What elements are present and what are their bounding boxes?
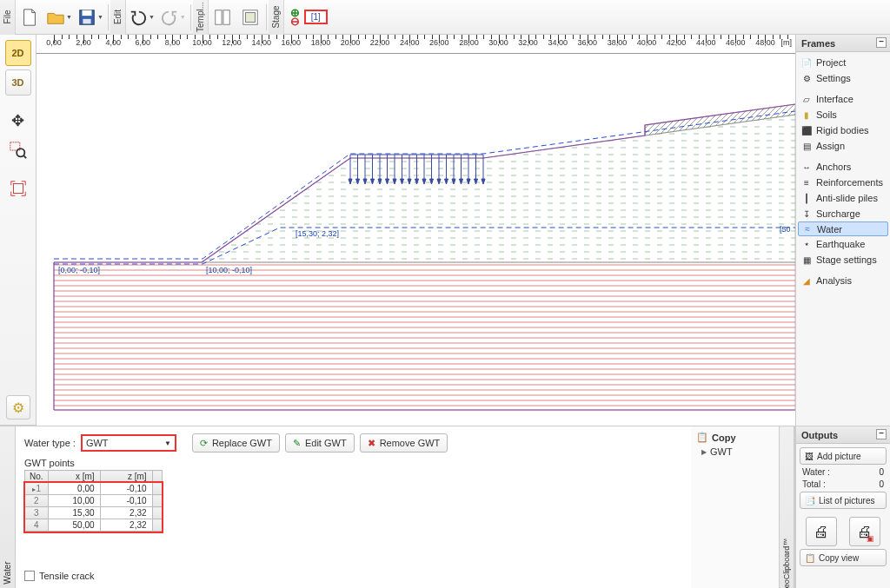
outputs-water-label: Water : <box>802 467 830 477</box>
frame-item-label: Anchors <box>816 162 851 172</box>
frame-item-assign[interactable]: ▤Assign <box>798 138 888 154</box>
add-picture-button[interactable]: 🖼 Add picture <box>800 447 887 465</box>
copy-gwt-item[interactable]: ▶ GWT <box>696 446 774 457</box>
ruler: [m] 0,002,004,006,008,0010,0012,0014,001… <box>37 35 795 54</box>
gwt-row[interactable]: 10,00-0,10 <box>25 483 163 495</box>
top-toolbar: File ▼ ▼ Edit ▼ ▼ Templ... Stage ⊕ ⊖ [1] <box>0 0 890 35</box>
gwt-row-x: 10,00 <box>48 495 100 507</box>
frame-item-rigid-bodies[interactable]: ⬛Rigid bodies <box>798 122 888 138</box>
view-settings-button[interactable]: ⚙ <box>6 395 30 420</box>
scene-drawing: [0,00; -0,10] [10,00; -0,10] [15,30; 2,3… <box>37 54 795 426</box>
frame-item-icon: ⚙ <box>801 74 812 83</box>
frame-item-interface[interactable]: ▱Interface <box>798 91 888 107</box>
frame-item-label: Assign <box>816 141 845 151</box>
template-button-2[interactable] <box>237 2 263 33</box>
stage-1-button[interactable]: [1] <box>304 10 328 24</box>
outputs-minimize-button[interactable]: – <box>876 429 887 439</box>
frame-item-settings[interactable]: ⚙Settings <box>798 70 888 86</box>
frame-item-project[interactable]: 📄Project <box>798 55 888 70</box>
copy-view-icon: 📋 <box>805 553 815 563</box>
delete-icon: ✖ <box>368 438 375 449</box>
printer-icon: 🖨 <box>814 523 829 541</box>
frames-minimize-button[interactable]: – <box>876 37 887 48</box>
new-file-button[interactable] <box>17 2 43 33</box>
gwt-row-z: 2,32 <box>100 519 152 532</box>
frame-item-water[interactable]: ≈Water <box>798 221 888 236</box>
gwt-points-table[interactable]: No. x [m] z [m] 10,00-0,10210,00-0,10315… <box>24 470 163 532</box>
frame-item-icon: ↧ <box>801 209 812 219</box>
copy-view-button[interactable]: 📋 Copy view <box>800 549 887 566</box>
frame-item-analysis[interactable]: ◢Analysis <box>798 273 888 288</box>
svg-marker-11 <box>202 115 795 262</box>
canvas-area[interactable]: [m] 0,002,004,006,008,0010,0012,0014,001… <box>37 35 795 426</box>
stage-tab[interactable]: Stage <box>269 0 284 35</box>
redo-button[interactable]: ▼ <box>158 2 188 33</box>
frame-item-label: Earthquake <box>816 239 865 249</box>
frame-item-stage-settings[interactable]: ▦Stage settings <box>798 252 888 268</box>
frame-item-reinforcements[interactable]: ≡Reinforcements <box>798 175 888 190</box>
scene[interactable]: [0,00; -0,10] [10,00; -0,10] [15,30; 2,3… <box>37 54 795 426</box>
template-icon <box>213 8 232 27</box>
frame-item-anti-slide-piles[interactable]: ┃Anti-slide piles <box>798 190 888 206</box>
save-file-button[interactable]: ▼ <box>76 2 105 33</box>
svg-rect-2 <box>83 18 90 23</box>
undo-icon <box>129 8 148 27</box>
frame-item-icon: 📄 <box>801 58 812 68</box>
frame-item-label: Reinforcements <box>816 177 883 188</box>
gwt-row-z: -0,10 <box>100 495 152 507</box>
list-of-pictures-button[interactable]: 📑 List of pictures <box>800 492 887 509</box>
svg-rect-3 <box>216 10 222 24</box>
copy-icon: 📋 <box>696 432 708 443</box>
fit-view-button[interactable] <box>5 175 31 202</box>
file-tab[interactable]: File <box>0 0 16 35</box>
svg-marker-10 <box>54 262 795 410</box>
view-3d-button[interactable]: 3D <box>5 69 31 96</box>
remove-stage-button[interactable]: ⊖ <box>290 17 300 26</box>
chevron-right-icon: ▶ <box>701 448 707 456</box>
template-button-1[interactable] <box>209 2 236 33</box>
gwt-col-x: x [m] <box>48 471 100 483</box>
coord-label-right: [50 <box>780 225 791 234</box>
gwt-row-x: 0,00 <box>48 483 100 495</box>
replace-gwt-button[interactable]: ⟳ Replace GWT <box>192 433 280 453</box>
redo-icon <box>160 8 179 27</box>
frame-item-icon: ▦ <box>801 255 812 265</box>
print-color-button[interactable]: 🖨▣ <box>849 517 880 546</box>
frame-item-icon: ┃ <box>801 194 812 203</box>
view-2d-button[interactable]: 2D <box>5 40 31 66</box>
gwt-row[interactable]: 210,00-0,10 <box>25 495 163 507</box>
frame-item-soils[interactable]: ▮Soils <box>798 107 888 122</box>
water-type-select[interactable]: GWT▼ <box>81 434 176 452</box>
edit-gwt-button[interactable]: ✎ Edit GWT <box>285 433 355 453</box>
frame-item-icon: ▮ <box>801 110 812 120</box>
print-button[interactable]: 🖨 <box>806 517 837 546</box>
gwt-row-no: 3 <box>25 507 49 519</box>
templ-tab[interactable]: Templ... <box>193 0 209 35</box>
coord-label-1: [0,00; -0,10] <box>58 266 100 274</box>
template2-icon <box>241 8 260 27</box>
outputs-water-value: 0 <box>879 467 884 477</box>
new-file-icon <box>20 8 39 27</box>
frame-item-earthquake[interactable]: ⭑Earthquake <box>798 236 888 252</box>
frames-list: 📄Project⚙Settings▱Interface▮Soils⬛Rigid … <box>796 52 890 291</box>
open-file-button[interactable]: ▼ <box>44 2 74 33</box>
copy-header: 📋 Copy <box>696 432 774 443</box>
refresh-icon: ⟳ <box>200 438 208 449</box>
frame-item-anchors[interactable]: ↔Anchors <box>798 159 888 175</box>
list-icon: 📑 <box>805 496 815 505</box>
outputs-total-label: Total : <box>802 479 826 489</box>
pan-button[interactable]: ✥ <box>5 108 31 134</box>
edit-tab[interactable]: Edit <box>110 0 126 35</box>
frame-item-icon: ▱ <box>801 95 812 104</box>
frame-item-surcharge[interactable]: ↧Surcharge <box>798 206 888 221</box>
gwt-row[interactable]: 315,302,32 <box>25 507 163 519</box>
zoom-select-button[interactable] <box>5 137 31 163</box>
gwt-points-label: GWT points <box>24 458 694 468</box>
fit-icon <box>9 179 28 198</box>
frame-item-label: Stage settings <box>816 254 877 265</box>
undo-button[interactable]: ▼ <box>127 2 156 33</box>
gwt-row[interactable]: 450,002,32 <box>25 519 163 532</box>
tensile-crack-checkbox[interactable] <box>24 571 35 581</box>
remove-gwt-button[interactable]: ✖ Remove GWT <box>360 433 448 453</box>
frame-item-icon: ≈ <box>802 224 813 234</box>
